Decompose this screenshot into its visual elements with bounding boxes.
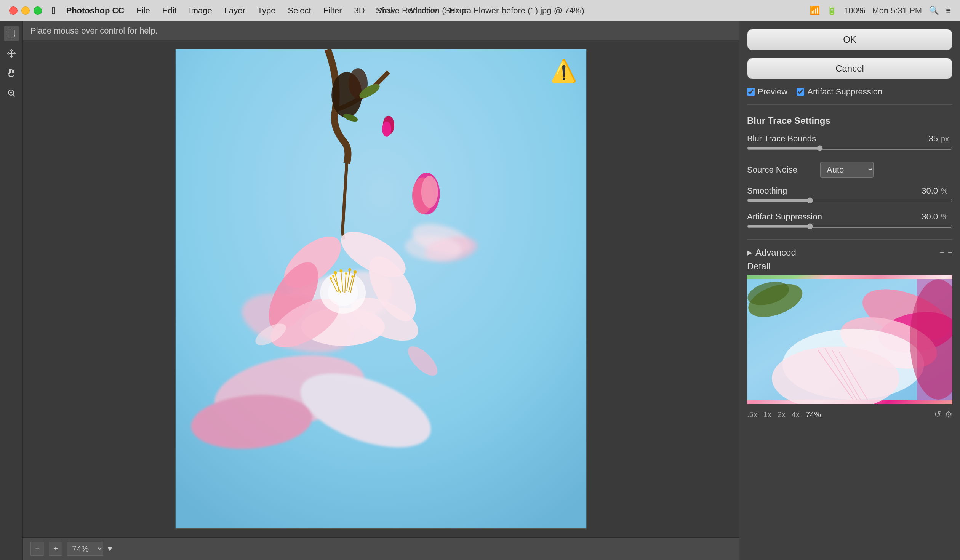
title-bar:  Photoshop CC File Edit Image Layer Typ… <box>0 0 960 21</box>
artifact-suppression-header: Artifact Suppression 30.0 % <box>747 212 952 222</box>
detail-preview-svg <box>747 275 952 404</box>
expand-button[interactable]: + <box>49 542 62 556</box>
refresh-icon[interactable]: ↺ <box>934 410 941 419</box>
blur-trace-bounds-unit: px <box>941 134 952 143</box>
zoom-level: 100% <box>844 6 865 16</box>
close-button[interactable] <box>9 6 18 15</box>
smoothing-value[interactable]: 30.0 <box>915 186 938 196</box>
main-layout: Place mouse over control for help. <box>0 21 960 560</box>
source-noise-row: Source Noise Auto Low Medium High <box>747 162 952 178</box>
blur-trace-bounds-row: Blur Trace Bounds 35 px <box>747 134 952 151</box>
bottom-bar: − + 74% 50% 100% 200% ▾ <box>23 537 739 560</box>
filter-menu[interactable]: Filter <box>318 4 347 17</box>
detail-preview[interactable] <box>747 275 952 404</box>
smoothing-unit: % <box>941 187 952 195</box>
svg-point-31 <box>345 272 347 275</box>
artifact-suppression-slider[interactable] <box>747 223 952 229</box>
edit-menu[interactable]: Edit <box>157 4 182 17</box>
image-canvas: ⚠️ <box>175 49 587 529</box>
preview-checkbox[interactable] <box>747 88 755 96</box>
zoom-1x[interactable]: 1x <box>763 410 771 419</box>
flower-scene <box>176 49 586 528</box>
artifact-suppression-checkbox-label[interactable]: Artifact Suppression <box>797 87 882 97</box>
app-name-menu[interactable]: Photoshop CC <box>61 4 130 17</box>
collapse-button[interactable]: − <box>30 542 44 556</box>
type-menu[interactable]: Type <box>252 4 281 17</box>
battery-icon: 🔋 <box>827 6 837 16</box>
zoom-chevron-icon: ▾ <box>108 544 112 554</box>
minimize-button[interactable] <box>21 6 30 15</box>
blur-trace-bounds-value[interactable]: 35 <box>915 134 938 144</box>
blur-trace-settings-title: Blur Trace Settings <box>747 115 952 126</box>
source-noise-label: Source Noise <box>747 165 816 175</box>
marquee-tool[interactable] <box>4 26 19 41</box>
detail-label: Detail <box>747 261 952 272</box>
warning-icon[interactable]: ⚠️ <box>550 58 577 83</box>
blur-trace-bounds-header: Blur Trace Bounds 35 px <box>747 134 952 144</box>
svg-point-38 <box>421 176 438 208</box>
wifi-icon: 📶 <box>810 6 820 16</box>
divider-2 <box>747 239 952 240</box>
gear-icon[interactable]: ⚙ <box>945 410 952 419</box>
move-tool[interactable] <box>4 46 19 61</box>
checkbox-row: Preview Artifact Suppression <box>747 87 952 97</box>
right-panel: OK Cancel Preview Artifact Suppression B… <box>739 21 960 560</box>
blur-trace-bounds-slider[interactable] <box>747 145 952 151</box>
time-display: Mon 5:31 PM <box>872 6 922 16</box>
search-icon[interactable]: 🔍 <box>929 6 939 16</box>
apple-menu[interactable]:  <box>48 5 59 16</box>
zoom-2x[interactable]: 2x <box>778 410 786 419</box>
artifact-suppression-label: Artifact Suppression <box>807 87 882 97</box>
maximize-button[interactable] <box>34 6 42 15</box>
cancel-button[interactable]: Cancel <box>747 58 952 79</box>
detail-zoom-bar: .5x 1x 2x 4x 74% ↺ ⚙ <box>747 410 952 419</box>
zoom-tool[interactable] <box>4 85 19 101</box>
svg-point-25 <box>348 268 351 271</box>
help-text: Place mouse over control for help. <box>30 26 158 36</box>
svg-point-27 <box>354 270 357 274</box>
zoom-4x[interactable]: 4x <box>792 410 800 419</box>
divider-1 <box>747 104 952 105</box>
3d-menu[interactable]: 3D <box>349 4 370 17</box>
artifact-suppression-checkbox[interactable] <box>797 88 804 96</box>
advanced-minus-icon[interactable]: − <box>939 248 944 258</box>
artifact-suppression-value[interactable]: 30.0 <box>915 212 938 222</box>
toolbar <box>0 21 23 560</box>
canvas-wrapper[interactable]: ⚠️ <box>23 40 739 537</box>
triangle-icon: ▶ <box>747 248 752 257</box>
svg-point-8 <box>382 122 391 137</box>
zoom-05x[interactable]: .5x <box>747 410 757 419</box>
menu-icon[interactable]: ≡ <box>946 6 951 16</box>
window-title: Shake Reduction (Sakura Flower-before (1… <box>376 6 584 16</box>
advanced-header[interactable]: ▶ Advanced − ≡ <box>747 247 952 258</box>
zoom-levels: .5x 1x 2x 4x 74% <box>747 410 821 419</box>
preview-checkbox-label[interactable]: Preview <box>747 87 787 97</box>
artifact-suppression-row: Artifact Suppression 30.0 % <box>747 212 952 229</box>
advanced-section: ▶ Advanced − ≡ Detail <box>747 247 952 419</box>
layer-menu[interactable]: Layer <box>219 4 251 17</box>
hand-tool[interactable] <box>4 66 19 81</box>
smoothing-header: Smoothing 30.0 % <box>747 186 952 196</box>
source-noise-select[interactable]: Auto Low Medium High <box>820 162 874 178</box>
advanced-left: ▶ Advanced <box>747 247 796 258</box>
select-menu[interactable]: Select <box>283 4 317 17</box>
help-bar: Place mouse over control for help. <box>23 21 739 40</box>
artifact-suppression-unit: % <box>941 213 952 221</box>
advanced-title: Advanced <box>755 247 796 258</box>
zoom-select[interactable]: 74% 50% 100% 200% <box>67 542 103 556</box>
canvas-area: Place mouse over control for help. <box>23 21 739 560</box>
image-menu[interactable]: Image <box>184 4 218 17</box>
artifact-suppression-setting-label: Artifact Suppression <box>747 212 822 222</box>
zoom-74pct[interactable]: 74% <box>806 410 821 419</box>
traffic-lights <box>9 6 42 15</box>
ok-button[interactable]: OK <box>747 29 952 50</box>
detail-icons: ↺ ⚙ <box>934 410 952 419</box>
smoothing-slider[interactable] <box>747 197 952 203</box>
svg-point-21 <box>334 271 337 274</box>
smoothing-row: Smoothing 30.0 % <box>747 186 952 203</box>
svg-rect-0 <box>8 30 15 37</box>
smoothing-label: Smoothing <box>747 186 816 196</box>
file-menu[interactable]: File <box>131 4 155 17</box>
preview-label: Preview <box>758 87 787 97</box>
advanced-menu-icon[interactable]: ≡ <box>947 248 952 258</box>
